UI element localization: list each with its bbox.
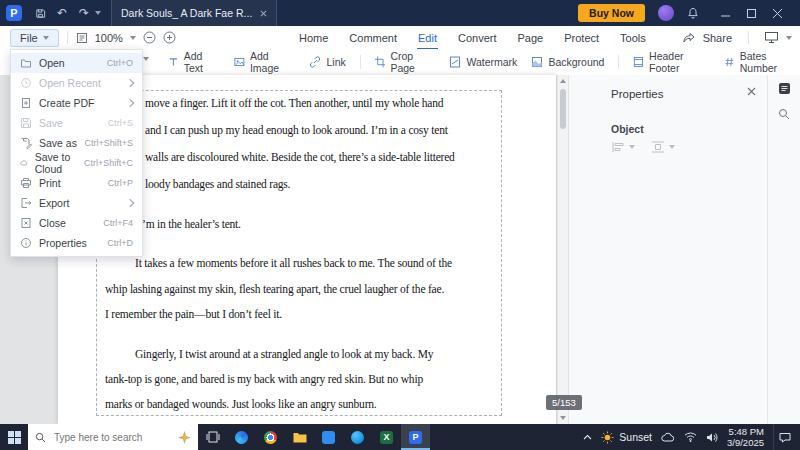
share-label[interactable]: Share	[703, 32, 732, 44]
edge-browser-icon[interactable]	[227, 424, 256, 450]
windows-logo-icon	[8, 431, 21, 444]
weather-widget[interactable]: Sunset	[601, 431, 652, 444]
zoom-in-icon[interactable]	[163, 31, 176, 44]
menu-item-save-as[interactable]: Save as Ctrl+Shift+S	[11, 133, 142, 153]
menu-item-open-recent[interactable]: Open Recent	[11, 73, 142, 93]
tray-expand-icon[interactable]	[583, 434, 592, 440]
file-explorer-icon[interactable]	[285, 424, 314, 450]
header-footer-button[interactable]: Header Footer	[633, 50, 710, 74]
excel-app-icon[interactable]: X	[372, 424, 401, 450]
menu-item-properties[interactable]: Properties Ctrl+D	[11, 233, 142, 253]
document-line[interactable]: Gingerly, I twist around at a strangled …	[135, 348, 433, 360]
properties-toggle-icon[interactable]	[768, 75, 800, 101]
right-tool-strip	[767, 75, 800, 424]
wifi-icon[interactable]	[684, 432, 697, 442]
file-menu-button[interactable]: File	[10, 29, 59, 47]
distribute-objects-dropdown[interactable]	[651, 141, 675, 153]
page-view-icon[interactable]	[76, 32, 88, 44]
text-block-selection-outline	[96, 90, 502, 416]
minimize-button[interactable]	[712, 0, 738, 26]
menu-item-save-to-cloud[interactable]: Save to Cloud Ctrl+Shift+C	[11, 153, 142, 173]
buy-now-button[interactable]: Buy Now	[578, 4, 645, 22]
tab-close-icon[interactable]	[260, 10, 267, 17]
link-icon	[309, 56, 321, 68]
submenu-arrow-icon	[126, 79, 134, 87]
start-button[interactable]	[0, 424, 28, 450]
volume-icon[interactable]	[706, 432, 718, 443]
maximize-button[interactable]	[738, 0, 764, 26]
tab-comment[interactable]: Comment	[348, 30, 398, 46]
account-avatar[interactable]	[658, 5, 674, 21]
redo-icon[interactable]: ↷	[73, 0, 95, 26]
align-objects-dropdown[interactable]	[611, 141, 635, 153]
history-dropdown-icon[interactable]	[95, 11, 101, 15]
add-image-button[interactable]: Add Image	[234, 50, 295, 74]
tab-home[interactable]: Home	[298, 30, 329, 46]
object-section-label: Object	[611, 123, 644, 135]
document-line[interactable]: and I can push up my head enough to look…	[145, 124, 448, 136]
scroll-up-icon[interactable]	[560, 79, 566, 83]
menu-item-print[interactable]: Print Ctrl+P	[11, 173, 142, 193]
document-line[interactable]: marks or bandaged wounds. Just looks lik…	[105, 398, 377, 410]
crop-page-button[interactable]: Crop Page	[375, 50, 436, 74]
document-line[interactable]: tank-top is gone, and bared is my back w…	[105, 373, 423, 385]
share-icon[interactable]	[683, 32, 695, 44]
search-icon	[35, 432, 46, 443]
document-line[interactable]: ’m in the healer’s tent.	[142, 218, 241, 230]
store-app-icon[interactable]	[314, 424, 343, 450]
task-view-icon[interactable]	[198, 424, 227, 450]
chrome-browser-icon[interactable]	[256, 424, 285, 450]
export-icon	[20, 197, 32, 209]
menu-item-open[interactable]: Open Ctrl+O	[11, 53, 142, 73]
document-tab-title: Dark Souls_ A Dark Fae R...	[121, 7, 252, 19]
document-tab[interactable]: Dark Souls_ A Dark Fae R...	[111, 0, 277, 26]
document-line[interactable]: It takes a few moments before it all rus…	[135, 257, 452, 269]
chevron-down-icon[interactable]	[786, 36, 792, 40]
document-line[interactable]: whip lashing against my skin, flesh tear…	[105, 283, 444, 295]
skype-app-icon[interactable]	[343, 424, 372, 450]
search-input[interactable]	[52, 431, 172, 444]
link-button[interactable]: Link	[309, 56, 345, 68]
panel-close-button[interactable]	[747, 87, 756, 96]
search-highlights-icon[interactable]	[178, 431, 191, 444]
recent-icon	[20, 77, 32, 89]
menu-item-close[interactable]: Close Ctrl+F4	[11, 213, 142, 233]
bates-number-icon	[724, 56, 735, 68]
tab-edit[interactable]: Edit	[417, 30, 438, 46]
time-label: 5:48 PM	[727, 426, 764, 437]
presentation-icon[interactable]	[765, 32, 778, 43]
document-line[interactable]: move a finger. Lift it off the cot. Then…	[145, 97, 443, 109]
zoom-dropdown-icon[interactable]	[130, 36, 136, 40]
action-center-button[interactable]	[773, 424, 796, 450]
close-button[interactable]	[764, 0, 790, 26]
undo-icon[interactable]: ↶	[51, 0, 73, 26]
save-quick-icon[interactable]	[29, 0, 51, 26]
tab-protect[interactable]: Protect	[563, 30, 600, 46]
menu-item-create-pdf[interactable]: Create PDF	[11, 93, 142, 113]
scrollbar-thumb[interactable]	[560, 89, 566, 129]
scroll-down-icon[interactable]	[560, 416, 566, 420]
pdfelement-logo-icon: P	[6, 5, 22, 21]
document-line[interactable]: loody bandages and stained rags.	[145, 178, 290, 190]
menu-item-save[interactable]: Save Ctrl+S	[11, 113, 142, 133]
menu-item-export[interactable]: Export	[11, 193, 142, 213]
clock-widget[interactable]: 5:48 PM 3/9/2025	[727, 426, 764, 448]
notification-bell-icon[interactable]	[687, 7, 699, 20]
zoom-out-icon[interactable]	[143, 31, 156, 44]
divider	[748, 31, 749, 44]
tab-page[interactable]: Page	[517, 30, 545, 46]
watermark-button[interactable]: Watermark	[449, 56, 517, 68]
tab-convert[interactable]: Convert	[457, 30, 498, 46]
bates-number-button[interactable]: Bates Number	[724, 50, 800, 74]
pdfelement-app-icon[interactable]: P	[401, 424, 430, 450]
document-line[interactable]: walls are discoloured white. Beside the …	[145, 151, 455, 163]
background-button[interactable]: Background	[531, 56, 604, 68]
add-text-button[interactable]: Add Text	[168, 50, 220, 74]
zoom-value[interactable]: 100%	[95, 32, 123, 44]
search-icon[interactable]	[768, 101, 800, 127]
onedrive-cloud-icon[interactable]	[661, 432, 675, 442]
tab-tools[interactable]: Tools	[619, 30, 647, 46]
distribute-icon	[651, 141, 665, 153]
taskbar-search[interactable]	[28, 424, 198, 450]
document-line[interactable]: I remember the pain—but I don’t feel it.	[105, 308, 282, 320]
